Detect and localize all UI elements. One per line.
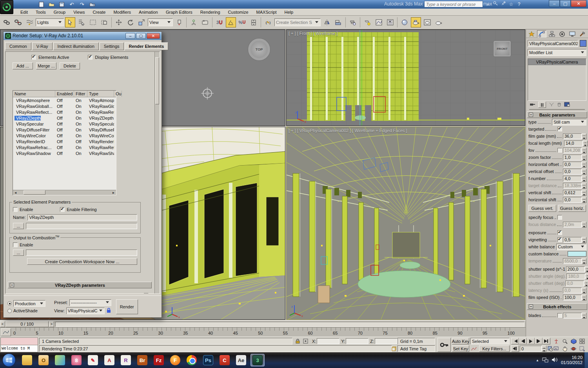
remove-modifier-icon[interactable] [557,102,561,107]
object-name-field[interactable]: VRayPhysicalCamera002 [528,40,578,47]
element-name-field[interactable]: VRayZDepth [27,214,137,220]
add-time-tag[interactable]: Add Time Tag [397,345,435,352]
next-frame-arrow[interactable]: > [49,321,54,327]
select-and-link-icon[interactable] [2,17,12,27]
vignetting-spinner[interactable] [582,237,586,243]
search-icon[interactable]: ⌕ [485,2,491,7]
combustion-enable-checkbox[interactable] [13,242,18,247]
track-bar[interactable]: 0510152025303540455055606570758085909510… [0,327,526,337]
favorites-star-icon[interactable]: ☆ [508,2,514,7]
time-slider-handle[interactable]: 0 / 100 [5,321,49,327]
x-coordinate-field[interactable] [317,338,339,344]
hierarchy-tab-icon[interactable] [547,30,557,38]
communication-center-icon[interactable] [500,1,506,7]
display-elements-checkbox[interactable] [88,55,93,60]
zoom-all-icon[interactable] [561,337,569,345]
render-setup-icon[interactable] [411,17,421,27]
subscription-key-icon[interactable] [492,1,499,7]
f-number-field[interactable]: 4,0 [563,176,582,182]
shutter-offset-field[interactable]: 0,0 [565,281,584,286]
exposure-checkbox[interactable] [557,230,562,235]
menu-item[interactable]: Views [69,9,89,16]
reference-coordinate-dropdown[interactable]: View [148,18,173,26]
dialog-tab[interactable]: Settings [100,42,124,50]
use-center-icon[interactable] [174,17,184,27]
element-output-path-field[interactable] [26,223,137,229]
selection-filter-dropdown[interactable]: Lights [36,18,64,26]
production-radio[interactable] [7,301,12,306]
menu-item[interactable]: Help [281,9,298,16]
production-dropdown[interactable]: Production [13,300,45,307]
vertical-shift-field[interactable]: 0,612 [563,190,582,196]
previous-frame-arrow[interactable]: < [0,321,5,327]
select-and-manipulate-icon[interactable] [189,17,199,27]
render-production-icon[interactable] [434,17,444,27]
front-viewport-label[interactable]: [ + ] [ Front ] [ Wireframe ] [289,31,338,36]
snaps-toggle-icon[interactable]: 3 [214,17,225,27]
object-color-swatch[interactable] [580,40,586,47]
latency-field[interactable]: 0,0 [563,288,582,293]
element-row[interactable]: VRayRawGlobalI... Off On VRayRawGlo... [13,103,116,109]
spinner-snap-toggle-icon[interactable] [249,17,259,27]
menu-item[interactable]: Animation [135,9,162,16]
menu-item[interactable]: Customize [224,9,252,16]
vertical-shift-spinner[interactable] [582,190,586,196]
taskbar-app-icon[interactable]: Ae [234,354,248,366]
schematic-view-icon[interactable] [385,17,395,27]
zoom-factor-field[interactable]: 1,0 [563,155,582,160]
start-button[interactable] [2,353,16,367]
select-by-name-icon[interactable] [76,17,87,27]
modify-tab-icon[interactable] [537,30,546,38]
menu-item[interactable]: Edit [16,9,32,16]
listener-text[interactable]: Welcome to M [1,345,38,352]
temperature-field[interactable]: 6500,0 [563,258,582,264]
play-icon[interactable] [527,338,535,344]
close-button[interactable]: ✕ [571,0,586,7]
element-row[interactable]: VRayRenderID Off Off VRayRenderID [13,138,116,144]
configure-modifier-sets-icon[interactable] [564,102,570,107]
scroll-right-icon[interactable]: ► [111,190,116,195]
viewport-camera002[interactable]: z x [ + ] [ VRayPhysicalCamera002 ] [ Wi… [286,127,525,320]
menu-item[interactable]: Graph Editors [162,9,196,16]
horizontal-offset-spinner[interactable] [582,162,586,168]
dialog-scrollbar[interactable] [154,52,160,293]
element-row[interactable]: VRayRawReflect... Off On VRayRawRefl... [13,109,116,115]
dialog-tab[interactable]: Indirect illumination [53,42,99,50]
scroll-left-icon[interactable]: ◄ [13,190,18,195]
guess-vertical-button[interactable]: Guess vert. [528,205,556,212]
application-menu-button[interactable] [0,0,13,14]
white-balance-dropdown[interactable]: Custom [556,244,586,250]
taskbar-app-icon[interactable]: Br [135,354,149,366]
viewcube-front[interactable]: FRONT [494,41,511,56]
bind-to-space-warp-icon[interactable] [24,17,34,27]
dialog-title-bar[interactable]: Render Setup: V-Ray Adv 2.10.01 – ▢ ✕ [4,32,162,40]
vignetting-checkbox[interactable] [557,237,562,242]
taskbar-app-icon[interactable]: R [119,354,133,366]
select-and-scale-icon[interactable] [136,17,147,27]
minimize-button[interactable]: – [549,0,560,7]
key-filters-button[interactable]: Key Filters... [479,345,510,352]
make-unique-icon[interactable] [549,102,554,107]
go-to-end-icon[interactable] [543,338,550,344]
keyboard-shortcut-override-icon[interactable] [200,17,210,27]
edit-named-selection-sets-icon[interactable]: {✎} [263,17,273,27]
blades-checkbox[interactable] [557,313,562,318]
focal-length-field[interactable]: 14,0 [564,140,583,146]
zoom-region-icon[interactable] [578,345,586,352]
specify-focus-checkbox[interactable] [557,215,562,220]
taskbar-app-icon[interactable]: Fz [152,354,166,366]
window-crossing-icon[interactable] [99,17,109,27]
current-frame-field[interactable]: 0 [520,346,542,352]
absolute-offset-toggle-icon[interactable] [302,338,309,344]
selection-lock-icon[interactable] [294,338,301,344]
target-distance-field[interactable]: 18,338m [563,183,582,189]
custom-balance-color-swatch[interactable] [568,251,586,257]
latency-spinner[interactable] [582,288,586,293]
blades-spinner[interactable] [582,313,586,319]
set-key-button[interactable]: Set Key [452,345,469,352]
y-coordinate-field[interactable] [346,338,368,344]
merge-element-button[interactable]: Merge ... [36,62,56,69]
taskbar-app-icon[interactable]: ✎ [86,354,100,366]
auto-key-button[interactable]: Auto Key [452,338,469,344]
project-folder-icon[interactable] [88,1,96,8]
